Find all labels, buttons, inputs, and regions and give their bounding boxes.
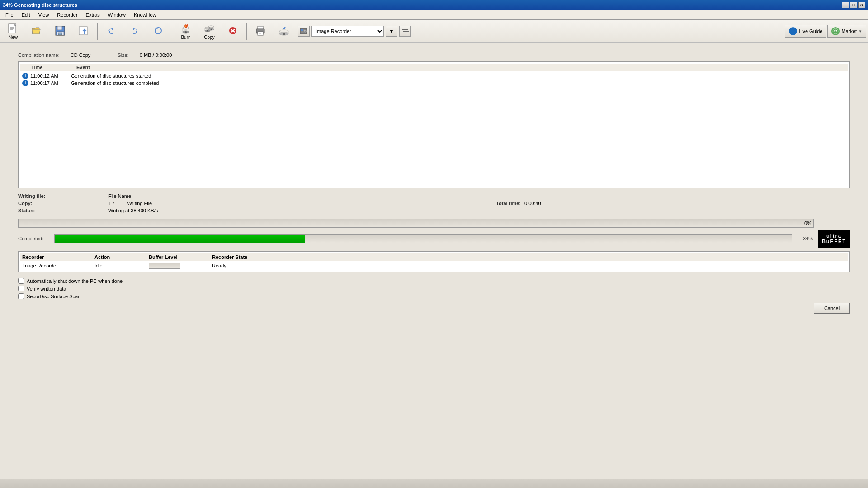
shutdown-checkbox[interactable] <box>18 278 24 284</box>
shutdown-label: Automatically shut down the PC when done <box>27 278 123 284</box>
recorder-settings-btn[interactable] <box>399 26 411 37</box>
copy-icon <box>204 23 215 34</box>
buffer-level-indicator <box>149 263 212 269</box>
ultra-buffer-logo: ultra BuFFET <box>818 230 850 248</box>
copy-value: 1 / 1 Writing File <box>108 201 434 206</box>
log-event-1: Generation of disc structures completed <box>71 80 159 86</box>
log-info-icon-0: i <box>22 73 28 79</box>
refresh-button[interactable] <box>147 21 170 42</box>
checkbox-section: Automatically shut down the PC when done… <box>18 278 850 299</box>
recorder-icon-btn[interactable] <box>298 26 310 37</box>
status-bar <box>0 479 868 488</box>
save-button[interactable] <box>49 21 71 42</box>
recorder-select[interactable]: Image Recorder <box>311 26 384 37</box>
svg-rect-44 <box>402 29 408 30</box>
recorder-table-header: Recorder Action Buffer Level Recorder St… <box>20 253 848 261</box>
svg-rect-32 <box>258 32 263 35</box>
burn-button[interactable]: Burn <box>175 21 197 42</box>
total-time-label: Total time: <box>434 201 524 206</box>
svg-point-39 <box>283 33 285 35</box>
menu-extras[interactable]: Extras <box>82 11 104 19</box>
saveas-button[interactable] <box>72 21 95 42</box>
main-content: Compilation name: CD Copy Size: 0 MB / 0… <box>0 43 868 479</box>
menu-knowhow[interactable]: KnowHow <box>130 11 160 19</box>
title-bar-controls: ─ □ ✕ <box>842 2 865 8</box>
live-guide-button[interactable]: i Live Guide <box>785 25 827 38</box>
svg-point-42 <box>305 31 306 32</box>
menu-file[interactable]: File <box>2 11 17 19</box>
recorder-area: Image Recorder ▼ <box>298 26 411 37</box>
log-col-event-header: Event <box>76 65 846 70</box>
disc-info-button[interactable] <box>273 21 295 42</box>
svg-point-18 <box>207 30 208 31</box>
second-progress-bar-fill <box>55 235 305 243</box>
svg-point-24 <box>208 26 214 28</box>
info-section: Writing file: File Name Copy: 1 / 1 Writ… <box>18 193 850 213</box>
delete-icon <box>227 25 238 36</box>
title-bar: 34% Generating disc structures ─ □ ✕ <box>0 0 868 10</box>
compilation-header: Compilation name: CD Copy Size: 0 MB / 0… <box>18 52 850 58</box>
svg-rect-6 <box>57 26 62 30</box>
undo-button[interactable] <box>100 21 123 42</box>
log-header: Time Event <box>20 64 848 71</box>
print-icon <box>255 25 266 36</box>
securedisc-checkbox[interactable] <box>18 293 24 299</box>
svg-rect-34 <box>259 34 261 35</box>
recorder-table: Recorder Action Buffer Level Recorder St… <box>18 251 850 272</box>
info-icon: i <box>789 27 797 35</box>
open-button[interactable] <box>25 21 48 42</box>
toolbar-separator-1 <box>97 23 98 40</box>
verify-checkbox[interactable] <box>18 286 24 291</box>
compilation-name-label: Compilation name: <box>18 52 60 58</box>
toolbar-separator-3 <box>246 23 247 40</box>
securedisc-checkbox-row[interactable]: SecurDisc Surface Scan <box>18 293 850 299</box>
total-time-value: 0:00:40 <box>524 201 850 206</box>
shutdown-checkbox-row[interactable]: Automatically shut down the PC when done <box>18 278 850 284</box>
svg-point-36 <box>279 30 288 33</box>
copy-button[interactable]: Copy <box>198 21 221 42</box>
compilation-name-value: CD Copy <box>71 52 91 58</box>
save-icon <box>55 25 66 36</box>
cancel-btn-container: Cancel <box>18 303 850 314</box>
recorder-table-row: Image Recorder Idle Ready <box>20 261 848 270</box>
print-button[interactable] <box>249 21 272 42</box>
copy-label: Copy: <box>18 201 108 206</box>
menu-window[interactable]: Window <box>104 11 129 19</box>
chevron-down-icon: ▼ <box>389 28 394 34</box>
cancel-button[interactable]: Cancel <box>814 303 850 314</box>
menu-recorder[interactable]: Recorder <box>53 11 81 19</box>
size-label: Size: <box>118 52 128 58</box>
restore-button[interactable]: □ <box>850 2 857 8</box>
market-dropdown-arrow: ▼ <box>859 29 862 33</box>
svg-point-23 <box>211 28 212 30</box>
progress-section: 0% Completed: 34% ultra BuFFET <box>18 219 850 248</box>
new-button[interactable]: New <box>2 21 24 42</box>
svg-rect-46 <box>402 33 408 33</box>
log-row: i 11:00:17 AM Generation of disc structu… <box>20 80 848 87</box>
redo-button[interactable] <box>123 21 146 42</box>
redo-icon <box>129 25 140 36</box>
menu-edit[interactable]: Edit <box>18 11 34 19</box>
disc-info-icon <box>278 25 289 36</box>
undo-icon <box>106 25 117 36</box>
recorder-dropdown-btn[interactable]: ▼ <box>386 26 397 37</box>
verify-label: Verify written data <box>27 286 66 291</box>
svg-rect-8 <box>58 33 62 35</box>
menu-view[interactable]: View <box>35 11 53 19</box>
market-button[interactable]: Market ▼ <box>827 25 866 38</box>
live-guide-label: Live Guide <box>799 28 823 34</box>
writing-file-label: Writing file: <box>18 193 108 199</box>
delete-button[interactable] <box>222 21 244 42</box>
toolbar: New <box>0 20 868 43</box>
svg-point-47 <box>833 28 838 34</box>
market-icon <box>831 27 840 35</box>
buffer-bar <box>149 263 180 269</box>
size-value: 0 MB / 0:00:00 <box>140 52 172 58</box>
open-icon <box>31 25 42 36</box>
first-progress-bar-container: 0% <box>18 219 814 228</box>
completed-label: Completed: <box>18 236 54 241</box>
minimize-button[interactable]: ─ <box>842 2 849 8</box>
log-event-0: Generation of disc structures started <box>71 73 151 79</box>
close-button[interactable]: ✕ <box>858 2 865 8</box>
verify-checkbox-row[interactable]: Verify written data <box>18 286 850 291</box>
